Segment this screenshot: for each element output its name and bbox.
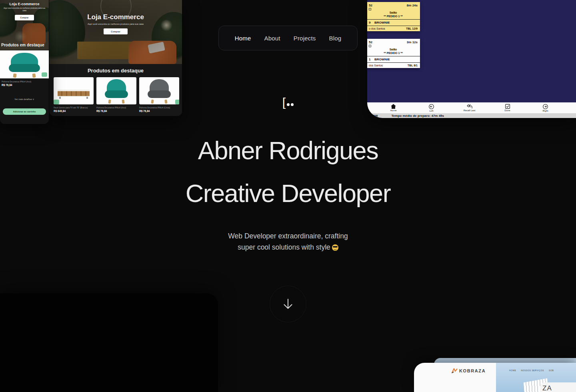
table-number: TBL 12/9	[406, 27, 418, 30]
customer-name: dos Santos	[369, 64, 383, 67]
arrow-down-icon	[283, 298, 293, 310]
featured-products-title: Produtos em destaque	[49, 68, 182, 74]
product-image-teal-armchair	[96, 77, 136, 104]
hero-title-name: Abner Rodrigues	[0, 136, 576, 165]
recall-icon	[466, 104, 472, 109]
nav-about[interactable]: About	[264, 35, 280, 42]
arrow-right-circle-icon	[543, 104, 548, 109]
main-nav: Home About Projects Blog	[218, 26, 358, 50]
product-card: Poltrona Decorativa IPMu4 (Cinza) R$ 76,…	[139, 77, 179, 112]
project-shot-kobraza[interactable]: KOBRAZA HOME NOSSOS SERVIÇOS SOB ZA	[414, 363, 576, 392]
add-button-icon	[54, 100, 59, 104]
station-label: DOW	[370, 114, 378, 118]
home-icon	[391, 104, 396, 109]
scroll-down-button[interactable]	[270, 286, 306, 322]
add-to-cart-button: Adicionar ao carrinho	[3, 108, 46, 115]
order-number: 52	[369, 4, 372, 7]
product-price: R$ 76,84	[2, 84, 12, 86]
product-card: Poltrona Decorativa IPMu4 (Azul) R$ 76,8…	[96, 77, 136, 112]
product-image-tv-rack	[54, 77, 94, 104]
kds-home-button: Home	[374, 104, 412, 112]
featured-products-title: Produtos em destaque	[1, 43, 44, 47]
logo-dot	[291, 103, 294, 106]
ecommerce-desktop-copy: Loja E-commerce Aqui você encontra os me…	[49, 13, 182, 34]
ticket-checkbox	[369, 45, 371, 47]
order-ticket: 52 8m 24s Salão ** PEDIDO 1 ** 9BROWNIE …	[367, 2, 420, 31]
project-card-leonardo-nutrition[interactable]: Você pode ter uma vida saudável, e equil…	[0, 293, 218, 392]
product-image-gray-armchair	[139, 77, 179, 104]
shop-title: Loja E-commerce	[49, 13, 182, 21]
nav-projects[interactable]: Projects	[294, 35, 316, 42]
kds-bump-button: Bump	[564, 104, 576, 112]
ecommerce-mobile-copy: Loja E-commerce Aqui você encontra os me…	[0, 2, 49, 20]
project-shot-ecommerce-desktop[interactable]: Loja E-commerce Aqui você encontra os me…	[49, 0, 182, 116]
kobraza-logo: KOBRAZA	[451, 368, 486, 374]
product-name: Poltrona Decorativa IPMu4 (Azul)	[2, 80, 31, 83]
product-name: Poltrona Decorativa IPMu4 (Cinza)	[139, 106, 179, 109]
kobraza-partial-heading: ZA	[540, 382, 576, 392]
arrow-left-circle-icon	[429, 104, 434, 109]
product-name: Poltrona Decorativa IPMu4 (Azul)	[96, 106, 136, 109]
order-label: ** PEDIDO 1 **	[369, 51, 418, 55]
more-details-link: Ver mais detalhes ∨	[0, 98, 49, 100]
project-shot-kds[interactable]: 52 8m 24s Salão ** PEDIDO 1 ** 9BROWNIE …	[367, 0, 576, 118]
kobraza-nav-home: HOME	[509, 369, 516, 372]
kds-toolbar: Home Left Recall Last Done Right Bump	[367, 102, 576, 113]
order-number: 52	[369, 40, 372, 44]
item-name: BROWNIE	[374, 58, 390, 61]
kobraza-nav-services: NOSSOS SERVIÇOS	[521, 369, 544, 372]
item-qty: 9	[369, 21, 374, 24]
shop-title: Loja E-commerce	[0, 2, 49, 6]
product-price: R$ 649,84	[54, 110, 94, 112]
order-timer: 8m 24s	[407, 4, 418, 7]
table-number: TBL 8/1	[408, 64, 418, 67]
logo-dot	[287, 103, 290, 106]
hero-title-role: Creative Developer	[0, 179, 576, 208]
sunglasses-emoji: 😎	[332, 244, 338, 251]
kobraza-nav-sob: SOB	[549, 369, 554, 372]
product-price: R$ 76,84	[96, 110, 136, 112]
shop-subtitle: Aqui você encontra os melhores produtos …	[0, 7, 49, 12]
order-area: Salão	[369, 48, 418, 51]
kds-right-button: Right	[526, 104, 564, 112]
add-button-icon	[42, 72, 47, 77]
avg-prep-time: Tempo médio de preparo: 47m 45s	[392, 114, 444, 118]
done-checkbox-icon	[505, 104, 510, 109]
ticket-checkbox	[369, 8, 371, 10]
product-name: Rack Gemini para TV até 75" (Branco)	[54, 106, 94, 109]
nav-blog[interactable]: Blog	[329, 35, 341, 42]
kds-left-button: Left	[412, 104, 450, 112]
shop-subtitle: Aqui você encontra os melhores produtos …	[49, 23, 182, 25]
item-name: BROWNIE	[374, 21, 390, 24]
project-shot-ecommerce-mobile[interactable]: Loja E-commerce Aqui você encontra os me…	[0, 0, 49, 124]
kobraza-brand-text: KOBRAZA	[459, 368, 486, 373]
product-price: R$ 76,84	[139, 110, 179, 112]
kds-done-button: Done	[488, 104, 526, 112]
logo-bracket: [	[282, 96, 286, 108]
kds-recall-last-button: Recall Last	[450, 104, 488, 112]
hero-subtitle-line1: Web Developer extraordinaire, crafting	[0, 232, 576, 240]
buy-button: Comprar	[104, 28, 127, 34]
kobraza-swoosh-icon	[451, 368, 458, 374]
buy-button: Comprar	[15, 15, 34, 20]
kobraza-nav: HOME NOSSOS SERVIÇOS SOB	[509, 369, 554, 372]
featured-products-section: Produtos em destaque Rack Gemini para TV…	[49, 64, 182, 116]
hero-subtitle-line2: super cool solutions with style😎	[0, 243, 576, 252]
add-button-icon	[175, 100, 179, 104]
order-label: ** PEDIDO 1 **	[369, 14, 418, 18]
order-timer: 3m 12s	[407, 40, 418, 44]
customer-name: o dos Santos	[369, 27, 385, 30]
product-card: Rack Gemini para TV até 75" (Branco) R$ …	[54, 77, 94, 112]
order-area: Salão	[369, 11, 418, 14]
kds-status-bar: DOW Tempo médio de preparo: 47m 45s	[367, 113, 576, 118]
portfolio-landing: Loja E-commerce Aqui você encontra os me…	[0, 0, 576, 392]
product-image-teal-armchair	[0, 50, 49, 78]
nav-home[interactable]: Home	[235, 35, 251, 42]
item-qty: 1	[369, 58, 374, 61]
ecommerce-desktop-hero: Loja E-commerce Aqui você encontra os me…	[49, 0, 182, 64]
order-ticket: 52 3m 12s Salão ** PEDIDO 1 ** 1BROWNIE …	[367, 39, 420, 68]
